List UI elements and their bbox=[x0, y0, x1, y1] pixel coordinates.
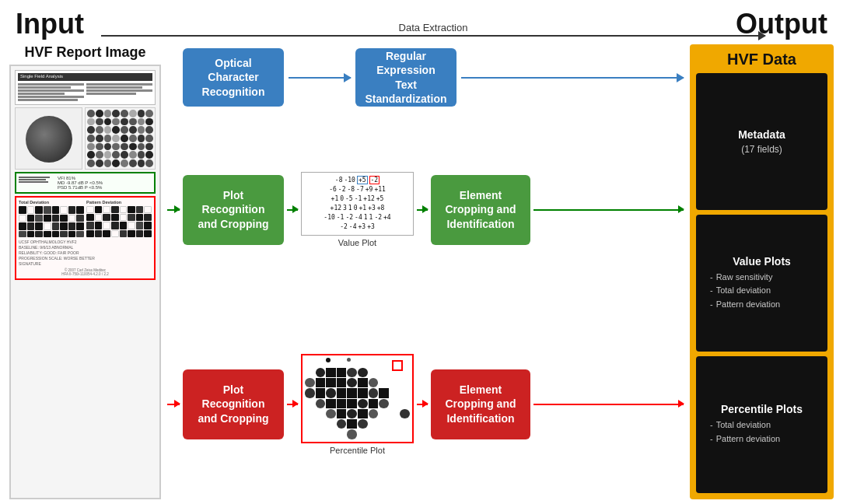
red-plot-recognition-box: Plot Recognitionand Cropping bbox=[183, 369, 284, 439]
ocr-box: OpticalCharacterRecognition bbox=[183, 48, 284, 107]
percentile-plot-label: Percentile Plot bbox=[330, 446, 385, 455]
value-plots-items: -Raw sensitivity -Total deviation -Patte… bbox=[702, 271, 821, 312]
red-plot-label: Plot Recognitionand Cropping bbox=[192, 383, 275, 425]
percentile-plots-items: -Total deviation -Pattern deviation bbox=[702, 418, 821, 446]
ocr-to-regex-arrow bbox=[289, 77, 351, 79]
green-element-label: ElementCropping andIdentification bbox=[446, 188, 516, 231]
value-plot-item-2: -Total deviation bbox=[710, 284, 821, 298]
data-extraction-arrow: Data Extraction bbox=[101, 22, 765, 37]
metadata-title: Metadata bbox=[738, 128, 785, 141]
hvf-to-red-plot-arrow bbox=[167, 404, 180, 405]
value-plot-image: -8-10+5-2 -6-2-8-7+9+11 +10-5-1+12+5 +12… bbox=[301, 172, 414, 236]
regex-box: RegularExpression TextStandardization bbox=[355, 48, 456, 107]
value-to-element-arrow bbox=[417, 209, 428, 211]
value-plot-label: Value Plot bbox=[338, 238, 376, 247]
red-flow-row: Plot Recognitionand Cropping bbox=[167, 309, 684, 499]
hvf-data-panel: HVF Data Metadata (17 fields) Value Plot… bbox=[690, 44, 834, 499]
green-element-cropping-box: ElementCropping andIdentification bbox=[431, 175, 530, 245]
value-plots-box: Value Plots -Raw sensitivity -Total devi… bbox=[696, 215, 827, 352]
percentile-plots-box: Percentile Plots -Total deviation -Patte… bbox=[696, 356, 827, 493]
green-element-to-output-arrow bbox=[533, 209, 684, 211]
red-element-label: ElementCropping andIdentification bbox=[446, 383, 516, 425]
percentile-plots-title: Percentile Plots bbox=[721, 403, 803, 415]
value-plot-item-3: -Pattern deviation bbox=[710, 298, 821, 312]
header: Input Data Extraction Output bbox=[0, 0, 843, 40]
hvf-data-title: HVF Data bbox=[696, 51, 827, 68]
percentile-to-element-arrow bbox=[417, 404, 428, 405]
value-plot-container: -8-10+5-2 -6-2-8-7+9+11 +10-5-1+12+5 +12… bbox=[301, 172, 414, 247]
arrow-label: Data Extraction bbox=[399, 22, 468, 33]
percentile-plot-item-2: -Pattern deviation bbox=[710, 432, 821, 446]
percentile-plot-item-1: -Total deviation bbox=[710, 418, 821, 432]
metadata-box: Metadata (17 fields) bbox=[696, 73, 827, 210]
green-plot-label: Plot Recognitionand Cropping bbox=[192, 188, 275, 231]
value-plot-item-1: -Raw sensitivity bbox=[710, 271, 821, 285]
hvf-report-section: HVF Report Image Single Field Analysis bbox=[9, 44, 161, 499]
regex-to-output-arrow bbox=[461, 77, 684, 79]
value-plots-title: Value Plots bbox=[733, 255, 791, 268]
hvf-to-green-plot-arrow bbox=[167, 209, 180, 211]
red-element-cropping-box: ElementCropping andIdentification bbox=[431, 369, 530, 439]
percentile-plot-image bbox=[301, 354, 414, 443]
percentile-plot-container: Percentile Plot bbox=[301, 354, 414, 455]
red-plot-to-percentile-arrow bbox=[287, 404, 298, 405]
red-element-to-output-arrow bbox=[533, 404, 684, 405]
regex-label: RegularExpression TextStandardization bbox=[365, 49, 447, 106]
ocr-label: OpticalCharacterRecognition bbox=[202, 56, 265, 99]
green-plot-to-value-arrow bbox=[287, 209, 298, 211]
metadata-sub: (17 fields) bbox=[741, 144, 782, 155]
arrow-line bbox=[101, 35, 765, 37]
hvf-report-image: Single Field Analysis bbox=[9, 65, 161, 499]
green-plot-recognition-box: Plot Recognitionand Cropping bbox=[183, 175, 284, 245]
green-flow-row: Plot Recognitionand Cropping -8-10+5-2 -… bbox=[167, 114, 684, 305]
input-label: Input bbox=[16, 8, 84, 40]
hvf-title: HVF Report Image bbox=[9, 44, 161, 61]
process-flow: OpticalCharacterRecognition RegularExpre… bbox=[167, 44, 684, 499]
